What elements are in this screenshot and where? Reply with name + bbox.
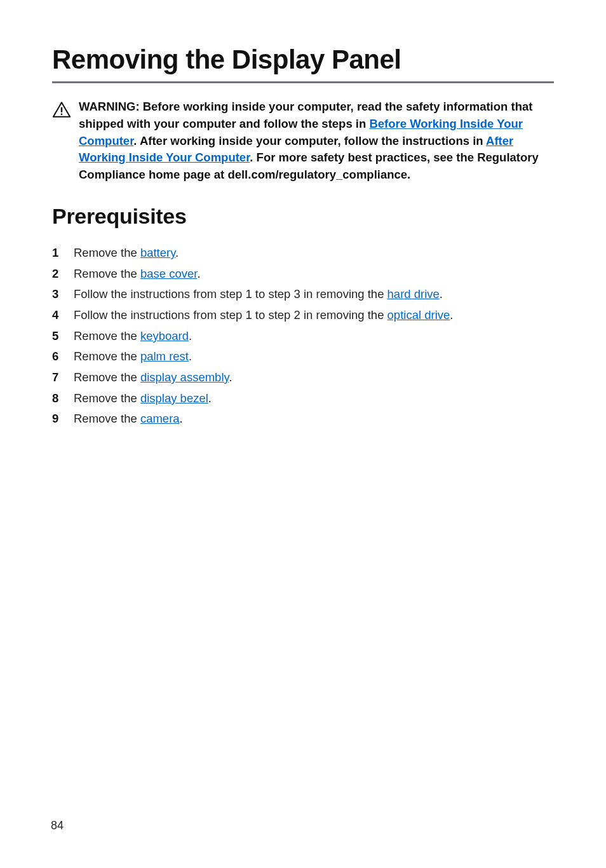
list-item-text: Remove the palm rest.	[74, 348, 192, 366]
list-item: Remove the palm rest.	[52, 348, 554, 366]
step-link[interactable]: camera	[140, 412, 180, 425]
list-item: Remove the camera.	[52, 410, 554, 428]
list-item: Remove the base cover.	[52, 265, 554, 283]
warning-icon	[52, 101, 71, 118]
page-title: Removing the Display Panel	[52, 44, 554, 83]
prerequisites-list: Remove the battery.Remove the base cover…	[52, 244, 554, 428]
warning-block: WARNING: Before working inside your comp…	[52, 98, 554, 184]
list-item-text: Remove the keyboard.	[74, 327, 192, 346]
list-item: Follow the instructions from step 1 to s…	[52, 285, 554, 304]
list-item-text: Follow the instructions from step 1 to s…	[74, 285, 443, 304]
list-item-text: Remove the base cover.	[74, 265, 201, 283]
svg-rect-1	[61, 114, 62, 115]
list-item: Remove the keyboard.	[52, 327, 554, 346]
list-item-text: Remove the display bezel.	[74, 390, 212, 408]
svg-rect-0	[61, 107, 62, 112]
step-link[interactable]: optical drive	[387, 308, 450, 322]
list-item: Remove the display bezel.	[52, 390, 554, 408]
document-page: Removing the Display Panel WARNING: Befo…	[0, 0, 606, 868]
list-item: Follow the instructions from step 1 to s…	[52, 306, 554, 325]
list-item-text: Remove the camera.	[74, 410, 183, 428]
list-item-text: Remove the battery.	[74, 244, 178, 262]
list-item-text: Remove the display assembly.	[74, 369, 232, 387]
step-link[interactable]: hard drive	[387, 287, 440, 301]
step-link[interactable]: palm rest	[140, 349, 189, 363]
section-heading-prerequisites: Prerequisites	[52, 204, 554, 229]
warning-link[interactable]: Before Working Inside Your Computer	[79, 117, 523, 147]
step-link[interactable]: display bezel	[140, 391, 208, 405]
warning-text: WARNING: Before working inside your comp…	[79, 98, 554, 184]
list-item-text: Follow the instructions from step 1 to s…	[74, 306, 453, 325]
page-number: 84	[51, 819, 64, 832]
step-link[interactable]: base cover	[140, 267, 197, 280]
step-link[interactable]: battery	[140, 246, 175, 259]
list-item: Remove the battery.	[52, 244, 554, 262]
step-link[interactable]: display assembly	[140, 370, 229, 384]
list-item: Remove the display assembly.	[52, 369, 554, 387]
step-link[interactable]: keyboard	[140, 329, 189, 342]
warning-link[interactable]: After Working Inside Your Computer	[79, 134, 513, 165]
